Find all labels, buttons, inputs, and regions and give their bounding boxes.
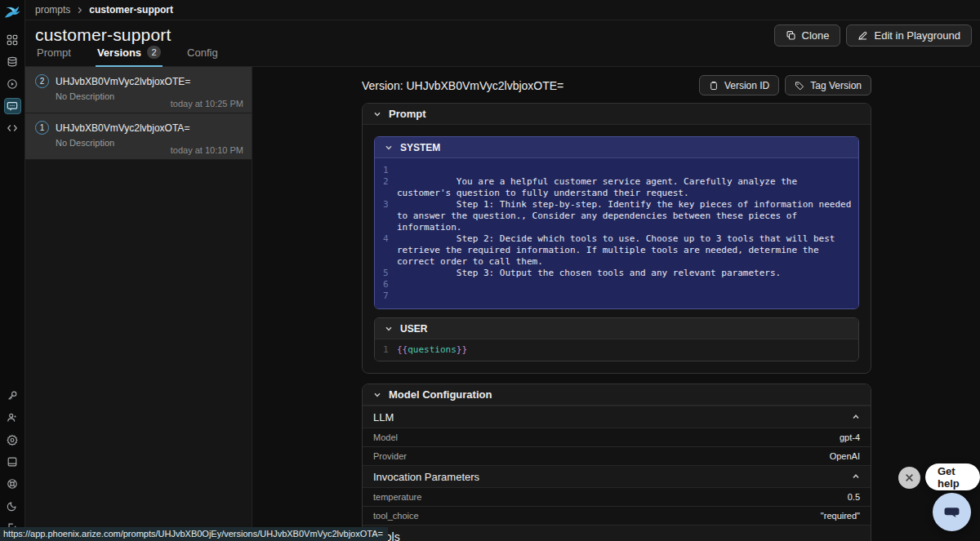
config-row-model: Model gpt-4 xyxy=(363,428,871,446)
get-help-button[interactable]: Get help xyxy=(925,463,980,490)
version-id-button[interactable]: Version ID xyxy=(699,75,779,95)
versions-list: 2 UHJvbXB0VmVyc2lvbjoxOTE= No Descriptio… xyxy=(25,67,252,541)
user-message-block: USER 1 {{questions}} xyxy=(374,317,859,361)
docs-icon[interactable] xyxy=(4,454,21,470)
user-message-content: 1 {{questions}} xyxy=(375,339,858,361)
tools-section-header: Tools xyxy=(363,525,871,541)
theme-icon[interactable] xyxy=(4,498,21,514)
chevron-right-icon xyxy=(76,7,83,14)
tab-versions[interactable]: Versions 2 xyxy=(96,46,163,67)
version-number-badge: 2 xyxy=(35,74,49,88)
chat-launcher-button[interactable] xyxy=(933,493,971,531)
clipboard-icon xyxy=(709,81,719,91)
version-timestamp: today at 10:25 PM xyxy=(171,99,243,109)
template-variable: {{questions}} xyxy=(397,344,858,356)
chat-bubble-icon xyxy=(942,502,962,522)
version-id: UHJvbXB0VmVyc2lvbjoxOTE= xyxy=(56,76,190,87)
chevron-down-icon xyxy=(385,144,393,152)
chevron-down-icon xyxy=(385,325,393,333)
app-sidebar xyxy=(0,0,25,541)
message-role-label: USER xyxy=(400,323,427,335)
link-preview-statusbar: https://app.phoenix.arize.com/prompts/UH… xyxy=(0,527,388,541)
version-detail-panel: Version: UHJvbXB0VmVyc2lvbjoxOTE= Versio… xyxy=(253,67,980,541)
dashboard-icon[interactable] xyxy=(4,32,21,48)
model-configuration-section: Model Configuration LLM Model gpt-4 Prov… xyxy=(362,384,871,541)
chevron-down-icon xyxy=(373,391,381,399)
sidebar-nav xyxy=(4,32,21,136)
version-list-item[interactable]: 1 UHJvbXB0VmVyc2lvbjoxOTA= No Descriptio… xyxy=(25,113,252,160)
version-detail-title: Version: UHJvbXB0VmVyc2lvbjoxOTE= xyxy=(362,79,564,92)
settings-icon[interactable] xyxy=(4,432,21,448)
sidebar-bottom-nav xyxy=(4,388,21,536)
tag-icon xyxy=(795,81,804,91)
page-header: customer-support Clone Edit in Playgroun… xyxy=(25,20,980,67)
datasets-icon[interactable] xyxy=(4,54,21,70)
chevron-up-icon xyxy=(852,413,860,421)
page-title: customer-support xyxy=(35,25,172,45)
chevron-up-icon xyxy=(852,472,860,481)
version-number-badge: 1 xyxy=(35,121,49,135)
phoenix-logo[interactable] xyxy=(0,0,25,25)
config-row-provider: Provider OpenAI xyxy=(363,446,871,465)
llm-group-header[interactable]: LLM xyxy=(363,406,871,428)
key-icon[interactable] xyxy=(4,388,21,404)
support-icon[interactable] xyxy=(4,476,21,492)
clone-icon xyxy=(786,30,796,41)
config-row-tool-choice: tool_choice "required" xyxy=(363,506,871,525)
playground-icon[interactable] xyxy=(4,120,21,136)
traces-icon[interactable] xyxy=(4,76,21,92)
breadcrumb-current: customer-support xyxy=(89,4,173,16)
prompts-icon[interactable] xyxy=(4,98,21,114)
version-id: UHJvbXB0VmVyc2lvbjoxOTA= xyxy=(56,122,189,134)
profile-icon[interactable] xyxy=(4,410,21,426)
system-message-header[interactable]: SYSTEM xyxy=(375,137,858,158)
versions-count-badge: 2 xyxy=(147,46,161,59)
tab-bar: Prompt Versions 2 Config xyxy=(35,46,220,67)
prompt-section: Prompt SYSTEM 1 2 You are a helpful cust… xyxy=(362,103,871,374)
prompt-section-header[interactable]: Prompt xyxy=(363,104,871,125)
system-message-content: 1 2 You are a helpful customer service a… xyxy=(375,158,858,308)
clone-button[interactable]: Clone xyxy=(774,24,841,47)
chevron-down-icon xyxy=(373,110,381,118)
breadcrumb: prompts customer-support xyxy=(25,0,980,20)
pencil-icon xyxy=(858,30,868,41)
system-message-block: SYSTEM 1 2 You are a helpful customer se… xyxy=(374,136,859,309)
invocation-parameters-header[interactable]: Invocation Parameters xyxy=(363,465,871,487)
tag-version-button[interactable]: Tag Version xyxy=(785,75,871,95)
close-icon xyxy=(905,473,914,482)
tab-prompt[interactable]: Prompt xyxy=(35,46,73,67)
user-message-header[interactable]: USER xyxy=(375,318,858,339)
model-configuration-header[interactable]: Model Configuration xyxy=(363,384,871,406)
dismiss-help-button[interactable] xyxy=(898,467,920,489)
version-list-item[interactable]: 2 UHJvbXB0VmVyc2lvbjoxOTE= No Descriptio… xyxy=(25,67,252,113)
config-row-temperature: temperature 0.5 xyxy=(363,487,871,506)
tab-config[interactable]: Config xyxy=(185,46,220,67)
edit-in-playground-button[interactable]: Edit in Playground xyxy=(846,24,972,47)
message-role-label: SYSTEM xyxy=(400,142,440,153)
breadcrumb-prompts-link[interactable]: prompts xyxy=(35,4,70,16)
version-timestamp: today at 10:10 PM xyxy=(171,145,243,155)
